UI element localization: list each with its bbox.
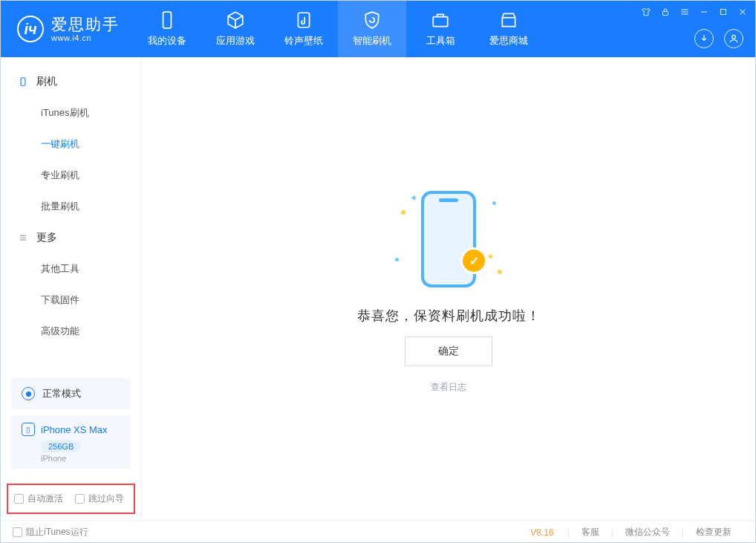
nav-item-itunes-flash[interactable]: iTunes刷机 bbox=[1, 97, 141, 129]
app-title: 爱思助手 bbox=[51, 16, 120, 33]
view-log-link[interactable]: 查看日志 bbox=[431, 381, 466, 394]
device-phone-icon: ▯ bbox=[22, 423, 35, 436]
tab-smart-flash[interactable]: 智能刷机 bbox=[338, 1, 406, 57]
tab-label: 我的设备 bbox=[148, 34, 186, 48]
briefcase-icon bbox=[431, 10, 450, 30]
decor-dot bbox=[395, 258, 399, 261]
tab-label: 铃声壁纸 bbox=[284, 34, 323, 48]
music-file-icon bbox=[294, 10, 313, 30]
decor-dot bbox=[498, 270, 502, 274]
app-subtitle: www.i4.cn bbox=[51, 33, 120, 42]
tab-app-games[interactable]: 应用游戏 bbox=[201, 1, 270, 57]
sparkle-icon: ✦ bbox=[410, 192, 418, 204]
check-badge-icon: ✓ bbox=[460, 247, 487, 274]
nav-item-pro-flash[interactable]: 专业刷机 bbox=[1, 160, 141, 191]
version-label: V8.16 bbox=[530, 527, 553, 538]
checkbox-block-itunes[interactable]: 阻止iTunes运行 bbox=[13, 526, 88, 539]
device-mode-card[interactable]: 正常模式 bbox=[11, 378, 131, 409]
device-panel: 正常模式 ▯ iPhone XS Max 256GB iPhone bbox=[1, 369, 141, 478]
tab-store[interactable]: 爱思商城 bbox=[475, 1, 543, 57]
decor-dot bbox=[401, 210, 405, 215]
nav-item-other-tools[interactable]: 其他工具 bbox=[1, 253, 141, 284]
cube-icon bbox=[226, 10, 245, 30]
nav-group-flash: 刷机 bbox=[1, 66, 141, 97]
svg-rect-2 bbox=[433, 17, 448, 27]
tab-label: 爱思商城 bbox=[489, 34, 528, 48]
checkbox-label: 阻止iTunes运行 bbox=[26, 526, 88, 539]
close-icon[interactable] bbox=[736, 5, 749, 19]
sparkle-icon: ✦ bbox=[486, 251, 495, 262]
user-controls bbox=[694, 29, 743, 48]
checkbox-auto-activate[interactable]: 自动激活 bbox=[14, 492, 63, 505]
sidebar: 刷机 iTunes刷机 一键刷机 专业刷机 批量刷机 更多 其他工具 下载固件 … bbox=[1, 57, 142, 520]
tab-my-device[interactable]: 我的设备 bbox=[133, 1, 201, 57]
checkbox-icon bbox=[75, 494, 85, 504]
tshirt-icon[interactable] bbox=[639, 5, 653, 19]
window-controls bbox=[639, 5, 749, 19]
main-content: ✓ ✦ ✦ 恭喜您，保资料刷机成功啦！ 确定 查看日志 bbox=[142, 57, 755, 520]
checkbox-icon bbox=[14, 494, 24, 504]
tab-label: 应用游戏 bbox=[216, 34, 255, 48]
logo-text: 爱思助手 www.i4.cn bbox=[51, 16, 120, 42]
checkbox-icon bbox=[13, 527, 22, 537]
app-body: 刷机 iTunes刷机 一键刷机 专业刷机 批量刷机 更多 其他工具 下载固件 … bbox=[1, 57, 755, 520]
device-name: iPhone XS Max bbox=[41, 424, 108, 435]
phone-outline-icon bbox=[17, 76, 29, 88]
checkbox-skip-guide[interactable]: 跳过向导 bbox=[75, 492, 124, 505]
success-illustration: ✓ ✦ ✦ bbox=[382, 183, 515, 295]
footer-right: V8.16 | 客服 | 微信公众号 | 检查更新 bbox=[530, 526, 743, 539]
nav-group-label: 更多 bbox=[36, 231, 57, 244]
nav-item-advanced[interactable]: 高级功能 bbox=[1, 316, 141, 347]
nav-item-batch-flash[interactable]: 批量刷机 bbox=[1, 191, 141, 222]
checkbox-label: 自动激活 bbox=[27, 492, 63, 505]
svg-rect-4 bbox=[721, 10, 726, 15]
device-row: ▯ iPhone XS Max bbox=[22, 423, 120, 436]
lock-icon[interactable] bbox=[659, 5, 672, 19]
nav-item-onekey-flash[interactable]: 一键刷机 bbox=[1, 129, 141, 160]
app-logo-icon: iч bbox=[17, 16, 44, 42]
flash-options-box: 自动激活 跳过向导 bbox=[7, 484, 135, 514]
user-icon[interactable] bbox=[724, 29, 743, 48]
device-icon bbox=[157, 10, 177, 30]
normal-mode-icon bbox=[22, 387, 35, 400]
sidebar-nav: 刷机 iTunes刷机 一键刷机 专业刷机 批量刷机 更多 其他工具 下载固件 … bbox=[1, 57, 141, 369]
menu-icon[interactable] bbox=[678, 5, 691, 19]
svg-rect-6 bbox=[21, 78, 25, 86]
shield-refresh-icon bbox=[362, 10, 382, 30]
nav-group-label: 刷机 bbox=[36, 75, 57, 88]
device-storage-badge: 256GB bbox=[41, 440, 81, 452]
store-icon bbox=[499, 10, 518, 30]
tab-label: 智能刷机 bbox=[353, 34, 391, 48]
logo-area: iч 爱思助手 www.i4.cn bbox=[1, 1, 133, 57]
tab-ringtone-wallpaper[interactable]: 铃声壁纸 bbox=[270, 1, 338, 57]
svg-point-5 bbox=[732, 35, 736, 39]
app-header: iч 爱思助手 www.i4.cn 我的设备 应用游戏 铃声壁纸 智能刷机 工具… bbox=[1, 1, 755, 57]
checkbox-label: 跳过向导 bbox=[88, 492, 124, 505]
footer-link-wechat[interactable]: 微信公众号 bbox=[613, 526, 682, 539]
confirm-button[interactable]: 确定 bbox=[405, 336, 492, 366]
svg-rect-3 bbox=[663, 11, 668, 15]
footer-left: 阻止iTunes运行 bbox=[13, 526, 88, 539]
tab-toolbox[interactable]: 工具箱 bbox=[406, 1, 475, 57]
tab-label: 工具箱 bbox=[426, 34, 455, 48]
device-type: iPhone bbox=[41, 454, 120, 463]
svg-rect-1 bbox=[298, 13, 309, 27]
success-title: 恭喜您，保资料刷机成功啦！ bbox=[357, 307, 541, 325]
device-card[interactable]: ▯ iPhone XS Max 256GB iPhone bbox=[11, 415, 131, 469]
decor-dot bbox=[492, 201, 496, 205]
footer-link-support[interactable]: 客服 bbox=[570, 526, 611, 539]
svg-rect-0 bbox=[163, 12, 172, 28]
download-icon[interactable] bbox=[694, 29, 714, 48]
minimize-icon[interactable] bbox=[697, 5, 711, 19]
nav-item-download-firmware[interactable]: 下载固件 bbox=[1, 284, 141, 316]
footer-link-update[interactable]: 检查更新 bbox=[684, 526, 743, 539]
status-bar: 阻止iTunes运行 V8.16 | 客服 | 微信公众号 | 检查更新 bbox=[1, 520, 755, 543]
maximize-icon[interactable] bbox=[717, 5, 730, 19]
device-mode-label: 正常模式 bbox=[42, 387, 81, 400]
list-icon bbox=[17, 232, 29, 244]
nav-group-more: 更多 bbox=[1, 222, 141, 253]
